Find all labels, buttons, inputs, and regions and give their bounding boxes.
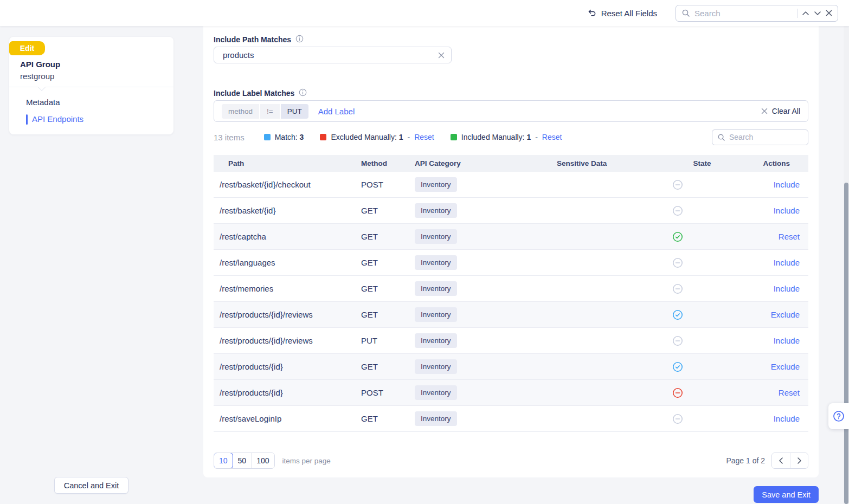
endpoint-category-cell: Inventory [415, 385, 557, 400]
state-match-icon[interactable] [672, 361, 732, 372]
endpoint-path: /rest/basket/{id}/checkout [214, 180, 361, 189]
state-none-icon[interactable] [672, 335, 732, 346]
endpoint-path: /rest/captcha [214, 232, 361, 241]
actions-cell: Exclude [732, 362, 808, 371]
cancel-and-exit-button[interactable]: Cancel and Exit [54, 477, 128, 494]
include-action-link[interactable]: Include [774, 206, 800, 215]
save-and-exit-button[interactable]: Save and Exit [754, 486, 819, 503]
table-row: /rest/products/{id}GETInventoryExclude [214, 354, 808, 380]
state-none-icon[interactable] [672, 205, 732, 216]
page-size-50-button[interactable]: 50 [233, 453, 252, 468]
clear-path-icon[interactable] [438, 52, 445, 59]
state-none-icon[interactable] [672, 283, 732, 294]
endpoint-category-cell: Inventory [415, 281, 557, 296]
column-header-actions: Actions [732, 159, 808, 167]
include-action-link[interactable]: Include [774, 414, 800, 423]
state-none-icon[interactable] [672, 179, 732, 190]
exclude-action-link[interactable]: Exclude [771, 362, 800, 371]
include-action-link[interactable]: Include [774, 336, 800, 345]
include-action-link[interactable]: Include [774, 258, 800, 267]
api-category-chip: Inventory [415, 333, 457, 348]
include-path-matches-label: Include Path Matches [214, 35, 808, 44]
state-included-icon[interactable] [672, 231, 732, 242]
pagination-bar: 1050100 items per page Page 1 of 2 [214, 452, 808, 469]
legend-reset-link[interactable]: Reset [542, 133, 562, 141]
info-icon[interactable] [295, 35, 304, 44]
include-action-link[interactable]: Include [774, 284, 800, 293]
legend-reset-link[interactable]: Reset [414, 133, 434, 141]
reset-action-link[interactable]: Reset [779, 232, 800, 241]
table-toolbar: 13 items Match: 3Excluded Manually: 1-Re… [214, 130, 808, 145]
endpoint-category-cell: Inventory [415, 307, 557, 322]
actions-cell: Include [732, 284, 808, 293]
api-category-chip: Inventory [415, 307, 457, 322]
scrollbar-thumb[interactable] [844, 183, 848, 504]
reset-action-link[interactable]: Reset [779, 388, 800, 397]
table-search-box[interactable] [712, 130, 808, 145]
api-group-card: Edit API Group restgroup Metadata API En… [9, 37, 173, 134]
exclude-action-link[interactable]: Exclude [771, 310, 800, 319]
endpoint-path: /rest/products/{id} [214, 388, 361, 397]
question-icon [832, 410, 845, 423]
endpoint-path: /rest/saveLoginIp [214, 414, 361, 423]
table-row: /rest/basket/{id}GETInventoryInclude [214, 198, 808, 224]
endpoint-method: PUT [361, 336, 415, 345]
search-icon [681, 9, 690, 17]
close-icon [761, 108, 768, 114]
include-label-matches-label: Include Label Matches [214, 88, 808, 98]
label-chip[interactable]: method != PUT [222, 104, 308, 119]
help-button[interactable] [828, 403, 849, 429]
include-action-link[interactable]: Include [774, 180, 800, 189]
state-none-icon[interactable] [672, 257, 732, 268]
actions-cell: Include [732, 206, 808, 215]
chevron-down-icon[interactable] [814, 11, 821, 16]
page-size-10-button[interactable]: 10 [214, 453, 233, 469]
next-page-button[interactable] [790, 453, 808, 468]
column-header-method: Method [361, 159, 415, 167]
legend-color-swatch [320, 134, 326, 140]
endpoint-method: GET [361, 206, 415, 215]
api-category-chip: Inventory [415, 359, 457, 374]
sidebar-divider [9, 87, 173, 87]
state-none-icon[interactable] [672, 413, 732, 424]
chevron-right-icon [797, 457, 802, 464]
api-category-chip: Inventory [415, 229, 457, 244]
endpoint-category-cell: Inventory [415, 229, 557, 244]
path-match-input[interactable] [223, 50, 438, 60]
previous-page-button[interactable] [772, 453, 790, 468]
include-label-matches-text: Include Label Matches [214, 89, 294, 98]
state-excluded-icon[interactable] [672, 387, 732, 398]
table-search-input[interactable] [729, 133, 803, 141]
column-header-state: State [672, 159, 732, 167]
include-path-matches-text: Include Path Matches [214, 35, 291, 44]
label-chip-value: PUT [281, 104, 308, 119]
endpoint-category-cell: Inventory [415, 203, 557, 218]
clear-all-label: Clear All [772, 107, 800, 115]
global-search-box[interactable] [676, 5, 838, 22]
clear-all-button[interactable]: Clear All [761, 107, 800, 115]
api-category-chip: Inventory [415, 385, 457, 400]
reset-all-fields-button[interactable]: Reset All Fields [587, 9, 657, 18]
actions-cell: Reset [732, 388, 808, 397]
items-count: 13 items [214, 133, 245, 142]
endpoint-path: /rest/languages [214, 258, 361, 267]
endpoint-category-cell: Inventory [415, 255, 557, 270]
endpoint-method: POST [361, 180, 415, 189]
api-category-chip: Inventory [415, 411, 457, 426]
state-match-icon[interactable] [672, 309, 732, 320]
sidebar-item-metadata[interactable]: Metadata [26, 98, 60, 107]
legend-color-swatch [264, 134, 271, 140]
add-label-button[interactable]: Add Label [318, 107, 355, 116]
page-size-100-button[interactable]: 100 [251, 453, 274, 468]
legend-label: Included Manually: 1 [461, 133, 531, 141]
api-group-title: API Group [20, 60, 60, 69]
legend-color-swatch [451, 134, 457, 140]
global-search-input[interactable] [694, 9, 793, 18]
chevron-up-icon[interactable] [802, 11, 809, 16]
table-row: /rest/languagesGETInventoryInclude [214, 250, 808, 276]
sidebar-item-api-endpoints[interactable]: API Endpoints [26, 114, 83, 124]
close-icon[interactable] [826, 10, 832, 16]
undo-icon [587, 9, 596, 17]
info-icon[interactable] [299, 88, 307, 98]
reset-all-fields-label: Reset All Fields [601, 9, 657, 18]
